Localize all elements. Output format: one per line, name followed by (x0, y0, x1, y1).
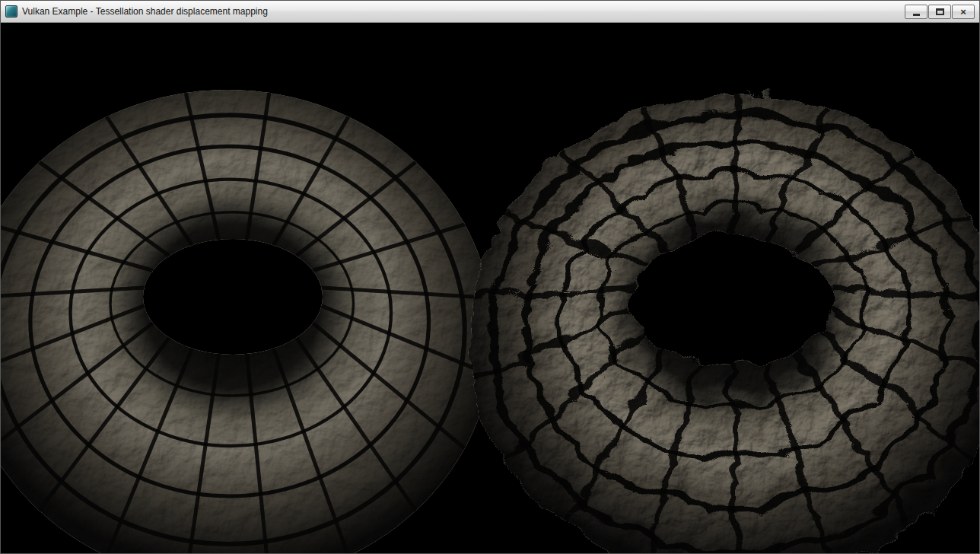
vulkan-scene (1, 23, 979, 553)
app-window: Vulkan Example - Tessellation shader dis… (0, 0, 980, 554)
window-title: Vulkan Example - Tessellation shader dis… (22, 6, 268, 17)
minimize-button[interactable] (905, 5, 928, 19)
maximize-button[interactable] (928, 5, 951, 19)
maximize-icon (936, 8, 944, 15)
title-bar[interactable]: Vulkan Example - Tessellation shader dis… (1, 1, 979, 23)
close-icon: × (960, 7, 966, 17)
window-controls: × (905, 5, 975, 19)
close-button[interactable]: × (952, 5, 975, 19)
app-icon[interactable] (5, 5, 18, 18)
minimize-icon (913, 14, 920, 16)
render-viewport[interactable] (1, 23, 979, 553)
